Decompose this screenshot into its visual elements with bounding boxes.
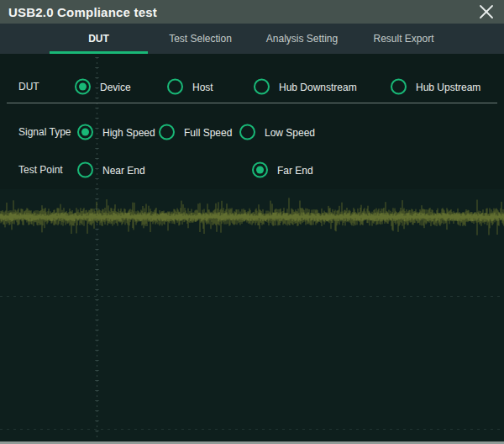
- radio-icon: [77, 124, 93, 140]
- radio-option-full-speed[interactable]: Full Speed: [159, 124, 232, 140]
- radio-icon: [252, 162, 268, 178]
- radio-label: Host: [192, 81, 213, 92]
- dut-row-label: DUT: [18, 81, 39, 92]
- radio-label: Hub Upstream: [416, 81, 480, 92]
- radio-label: Far End: [277, 164, 313, 176]
- dialog-title-bar: USB2.0 Compliance test: [0, 0, 504, 24]
- radio-label: Hub Downstream: [279, 81, 357, 92]
- radio-icon: [77, 162, 93, 178]
- radio-option-device[interactable]: Device: [75, 79, 131, 95]
- graticule-horizontal-line: [0, 429, 504, 430]
- radio-label: High Speed: [102, 126, 155, 138]
- tab-strip: DUT Test Selection Analysis Setting Resu…: [48, 24, 454, 54]
- graticule-tick-marks: [95, 57, 99, 441]
- section-divider: [7, 103, 497, 103]
- close-button[interactable]: [477, 3, 496, 21]
- radio-icon: [159, 124, 175, 140]
- signal-type-row: Signal Type High Speed Full Speed Low Sp…: [0, 124, 504, 140]
- radio-option-far-end[interactable]: Far End: [252, 162, 313, 178]
- radio-label: Device: [100, 81, 131, 92]
- close-icon: [479, 4, 494, 19]
- radio-option-host[interactable]: Host: [167, 79, 213, 95]
- dialog-title: USB2.0 Compliance test: [8, 5, 157, 19]
- test-point-row-label: Test Point: [18, 164, 63, 176]
- graticule-horizontal-line: [0, 296, 504, 297]
- tab-dut[interactable]: DUT: [48, 24, 150, 54]
- tab-bar: DUT Test Selection Analysis Setting Resu…: [0, 24, 504, 54]
- radio-option-near-end[interactable]: Near End: [77, 162, 145, 178]
- test-point-row: Test Point Near End Far End: [0, 161, 504, 178]
- tab-analysis-setting[interactable]: Analysis Setting: [251, 24, 353, 54]
- radio-label: Near End: [102, 164, 145, 176]
- radio-icon: [75, 79, 91, 95]
- radio-option-high-speed[interactable]: High Speed: [77, 124, 155, 140]
- radio-option-low-speed[interactable]: Low Speed: [239, 124, 315, 140]
- dut-row: DUT Device Host Hub Downstream Hub Upstr…: [0, 78, 504, 95]
- radio-icon: [254, 79, 270, 95]
- radio-option-hub-upstream[interactable]: Hub Upstream: [391, 79, 480, 95]
- radio-option-hub-downstream[interactable]: Hub Downstream: [254, 79, 357, 95]
- radio-icon: [167, 79, 183, 95]
- noise-trace-waveform: [0, 192, 504, 239]
- tab-test-selection[interactable]: Test Selection: [150, 24, 251, 54]
- radio-icon: [239, 124, 255, 140]
- signal-type-row-label: Signal Type: [18, 126, 71, 138]
- tab-result-export[interactable]: Result Export: [353, 24, 454, 54]
- radio-label: Low Speed: [265, 126, 315, 138]
- radio-label: Full Speed: [184, 126, 232, 138]
- radio-icon: [391, 79, 407, 95]
